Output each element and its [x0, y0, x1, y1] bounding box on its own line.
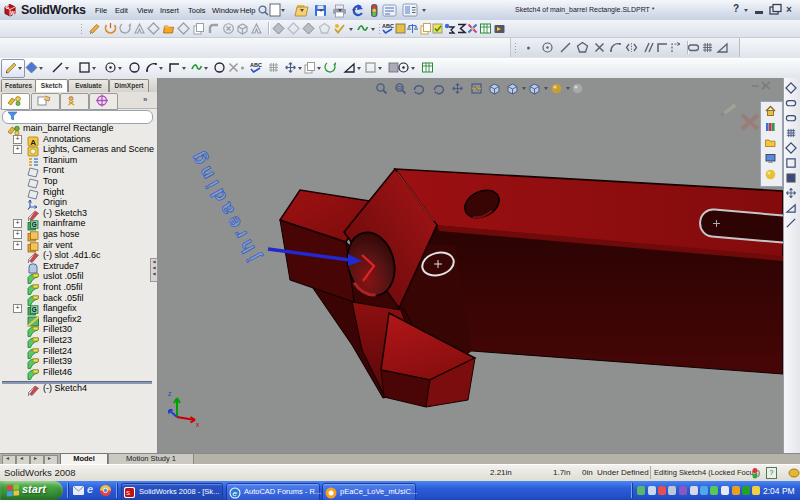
svg-text:S: S: [126, 490, 130, 496]
svg-text:S: S: [6, 5, 9, 10]
svg-text:ABC: ABC: [382, 23, 394, 29]
svg-text:ABC: ABC: [250, 62, 262, 68]
svg-text:e: e: [233, 489, 238, 498]
svg-text:z: z: [168, 390, 171, 397]
